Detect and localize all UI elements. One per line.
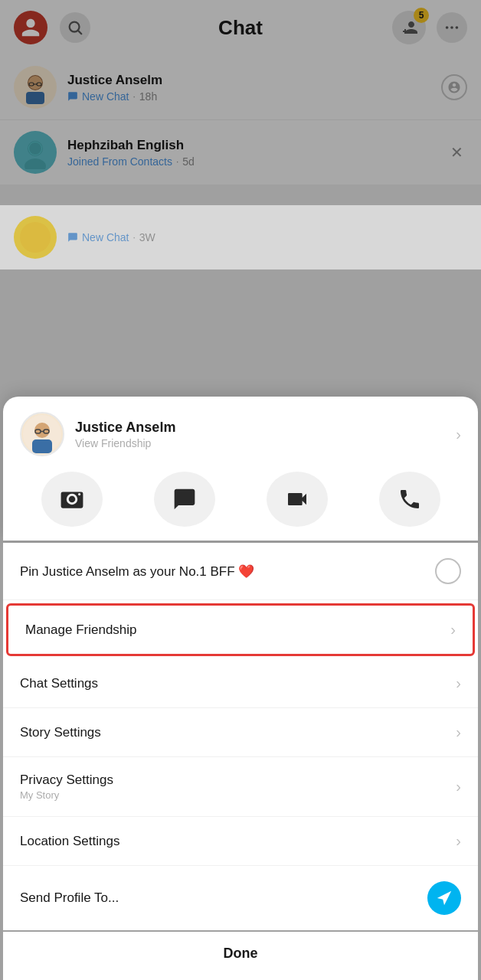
story-settings-item[interactable]: Story Settings › (3, 708, 478, 757)
story-settings-chevron: › (456, 724, 461, 741)
action-video-button[interactable] (267, 472, 328, 527)
manage-friendship-label: Manage Friendship (25, 622, 137, 638)
pin-bff-label: Pin Justice Anselm as your No.1 BFF ❤️ (20, 564, 254, 580)
partial-chat-label: New Chat (82, 231, 129, 243)
menu-card: Pin Justice Anselm as your No.1 BFF ❤️ M… (3, 543, 478, 930)
svg-point-17 (34, 423, 50, 438)
partial-chat-item: New Chat · 3W (0, 205, 481, 270)
pin-bff-item[interactable]: Pin Justice Anselm as your No.1 BFF ❤️ (3, 543, 478, 600)
partial-chat-time: 3W (139, 231, 155, 243)
privacy-settings-label: Privacy Settings (20, 773, 113, 788)
friend-card: Justice Anselm View Friendship › (3, 397, 478, 541)
friend-avatar[interactable] (20, 412, 64, 456)
friend-view-friendship: View Friendship (75, 437, 175, 449)
action-phone-button[interactable] (379, 472, 440, 527)
action-chat-button[interactable] (154, 472, 215, 527)
done-button[interactable]: Done (224, 946, 258, 962)
friend-card-chevron[interactable]: › (456, 426, 461, 443)
friend-name: Justice Anselm (75, 420, 175, 436)
send-profile-item[interactable]: Send Profile To... (3, 866, 478, 930)
chat-settings-chevron: › (456, 675, 461, 692)
action-camera-button[interactable] (41, 472, 103, 527)
send-profile-button[interactable] (427, 881, 461, 915)
pin-bff-toggle[interactable] (435, 558, 461, 584)
story-settings-label: Story Settings (20, 725, 101, 740)
bottom-sheet: Justice Anselm View Friendship › (0, 397, 481, 980)
quick-actions (20, 472, 461, 527)
privacy-settings-sub: My Story (20, 789, 113, 801)
location-settings-item[interactable]: Location Settings › (3, 817, 478, 866)
privacy-settings-chevron: › (456, 778, 461, 795)
done-bar: Done (3, 932, 478, 980)
svg-point-15 (20, 222, 51, 253)
chat-settings-label: Chat Settings (20, 676, 98, 691)
location-settings-label: Location Settings (20, 834, 119, 849)
svg-rect-18 (32, 439, 52, 453)
manage-friendship-chevron: › (450, 621, 456, 639)
chat-settings-item[interactable]: Chat Settings › (3, 659, 478, 708)
location-settings-chevron: › (456, 832, 461, 850)
manage-friendship-item[interactable]: Manage Friendship › (6, 603, 475, 656)
send-profile-label: Send Profile To... (20, 890, 119, 906)
partial-avatar (14, 216, 57, 259)
privacy-settings-item[interactable]: Privacy Settings My Story › (3, 757, 478, 817)
